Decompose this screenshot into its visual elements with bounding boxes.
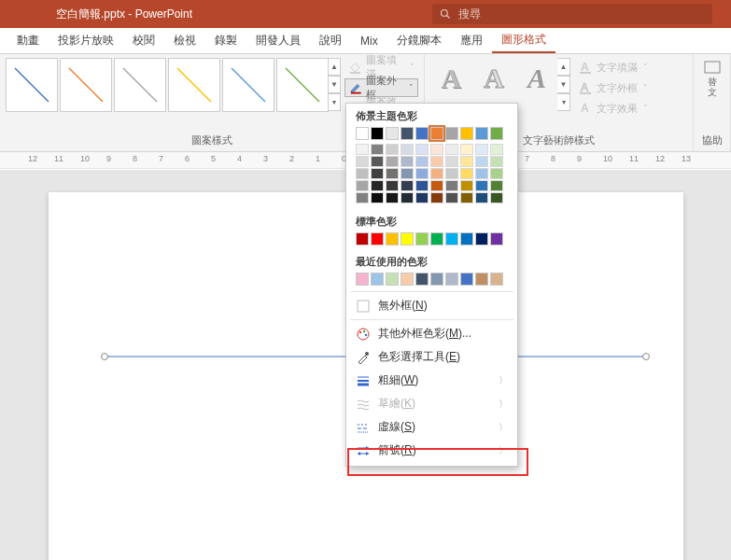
color-swatch[interactable] bbox=[475, 168, 488, 179]
shape-style-thumb[interactable] bbox=[6, 58, 58, 112]
text-outline-button[interactable]: A 文字外框˅ bbox=[574, 78, 652, 97]
wordart-thumb[interactable]: A bbox=[516, 58, 557, 99]
color-swatch[interactable] bbox=[490, 168, 503, 179]
arrows-item[interactable]: 箭號(R) 〉 bbox=[346, 439, 517, 462]
color-swatch[interactable] bbox=[356, 156, 369, 167]
color-swatch[interactable] bbox=[490, 127, 503, 140]
shape-style-thumb[interactable] bbox=[222, 58, 274, 112]
color-swatch[interactable] bbox=[475, 232, 488, 245]
color-swatch[interactable] bbox=[401, 156, 414, 167]
color-swatch[interactable] bbox=[371, 127, 384, 140]
tab-2[interactable]: 校閱 bbox=[123, 28, 164, 53]
color-swatch[interactable] bbox=[415, 192, 429, 203]
color-swatch[interactable] bbox=[445, 273, 458, 286]
color-swatch[interactable] bbox=[460, 273, 473, 286]
color-swatch[interactable] bbox=[371, 180, 384, 191]
color-swatch[interactable] bbox=[401, 127, 414, 140]
line-handle-end[interactable] bbox=[642, 353, 650, 360]
color-swatch[interactable] bbox=[401, 144, 414, 155]
gallery-down-icon[interactable]: ▼ bbox=[329, 76, 341, 93]
color-swatch[interactable] bbox=[445, 168, 458, 179]
color-swatch[interactable] bbox=[386, 144, 399, 155]
tab-0[interactable]: 動畫 bbox=[7, 28, 49, 53]
wordart-thumb[interactable]: A bbox=[473, 58, 514, 99]
alt-text-button[interactable]: 替文 bbox=[703, 58, 722, 97]
color-swatch[interactable] bbox=[386, 273, 399, 286]
tab-9[interactable]: 應用 bbox=[451, 28, 492, 53]
text-fill-button[interactable]: A 文字填滿˅ bbox=[574, 58, 652, 77]
tab-10[interactable]: 圖形格式 bbox=[492, 28, 555, 53]
more-colors-item[interactable]: 其他外框色彩(M)... bbox=[346, 322, 517, 345]
color-swatch[interactable] bbox=[401, 192, 414, 203]
color-swatch[interactable] bbox=[401, 180, 414, 191]
wordart-gallery[interactable]: A A A bbox=[430, 58, 557, 99]
color-swatch[interactable] bbox=[430, 180, 443, 191]
tab-5[interactable]: 開發人員 bbox=[246, 28, 310, 53]
color-swatch[interactable] bbox=[475, 180, 488, 191]
shape-style-thumb[interactable] bbox=[168, 58, 220, 112]
wordart-spinner[interactable]: ▲▼▾ bbox=[557, 58, 570, 111]
color-swatch[interactable] bbox=[401, 273, 414, 286]
color-swatch[interactable] bbox=[490, 156, 503, 167]
gallery-up-icon[interactable]: ▲ bbox=[329, 58, 341, 76]
color-swatch[interactable] bbox=[386, 180, 399, 191]
color-swatch[interactable] bbox=[356, 232, 369, 245]
color-swatch[interactable] bbox=[371, 144, 384, 155]
color-swatch[interactable] bbox=[445, 232, 458, 245]
color-swatch[interactable] bbox=[475, 144, 488, 155]
color-swatch[interactable] bbox=[460, 144, 473, 155]
color-swatch[interactable] bbox=[490, 192, 503, 203]
color-swatch[interactable] bbox=[490, 273, 503, 286]
color-swatch[interactable] bbox=[415, 156, 429, 167]
color-swatch[interactable] bbox=[430, 232, 443, 245]
weight-item[interactable]: 粗細(W) 〉 bbox=[346, 369, 517, 392]
color-swatch[interactable] bbox=[475, 273, 488, 286]
dashes-item[interactable]: 虛線(S) 〉 bbox=[346, 415, 517, 439]
shape-style-thumb[interactable] bbox=[276, 58, 329, 112]
color-swatch[interactable] bbox=[490, 232, 503, 245]
wordart-thumb[interactable]: A bbox=[430, 58, 471, 99]
color-swatch[interactable] bbox=[460, 168, 473, 179]
gallery-more-icon[interactable]: ▾ bbox=[329, 93, 341, 111]
color-swatch[interactable] bbox=[386, 127, 399, 140]
color-swatch[interactable] bbox=[445, 144, 458, 155]
color-swatch[interactable] bbox=[460, 127, 473, 140]
color-swatch[interactable] bbox=[445, 180, 458, 191]
shape-style-thumb[interactable] bbox=[114, 58, 166, 112]
color-swatch[interactable] bbox=[356, 144, 369, 155]
color-swatch[interactable] bbox=[490, 180, 503, 191]
line-handle-start[interactable] bbox=[101, 353, 108, 360]
color-swatch[interactable] bbox=[430, 127, 443, 140]
color-swatch[interactable] bbox=[415, 180, 429, 191]
color-swatch[interactable] bbox=[386, 156, 399, 167]
color-swatch[interactable] bbox=[475, 156, 488, 167]
color-swatch[interactable] bbox=[430, 273, 443, 286]
color-swatch[interactable] bbox=[415, 144, 429, 155]
sketched-item[interactable]: 草繪(K) 〉 bbox=[346, 392, 517, 415]
color-swatch[interactable] bbox=[430, 192, 443, 203]
color-swatch[interactable] bbox=[490, 144, 503, 155]
color-swatch[interactable] bbox=[445, 127, 458, 140]
tab-7[interactable]: Mix bbox=[351, 28, 387, 53]
eyedropper-item[interactable]: 色彩選擇工具(E) bbox=[346, 345, 517, 369]
color-swatch[interactable] bbox=[430, 144, 443, 155]
color-swatch[interactable] bbox=[445, 192, 458, 203]
color-swatch[interactable] bbox=[356, 168, 369, 179]
color-swatch[interactable] bbox=[415, 273, 429, 286]
color-swatch[interactable] bbox=[460, 232, 473, 245]
color-swatch[interactable] bbox=[371, 232, 384, 245]
color-swatch[interactable] bbox=[356, 192, 369, 203]
search-box[interactable]: 搜尋 bbox=[432, 4, 712, 24]
color-swatch[interactable] bbox=[415, 127, 429, 140]
color-swatch[interactable] bbox=[430, 156, 443, 167]
color-swatch[interactable] bbox=[356, 127, 369, 140]
shape-style-thumb[interactable] bbox=[60, 58, 112, 112]
tab-4[interactable]: 錄製 bbox=[205, 28, 246, 53]
color-swatch[interactable] bbox=[430, 168, 443, 179]
color-swatch[interactable] bbox=[356, 180, 369, 191]
color-swatch[interactable] bbox=[415, 168, 429, 179]
color-swatch[interactable] bbox=[386, 168, 399, 179]
color-swatch[interactable] bbox=[371, 168, 384, 179]
tab-1[interactable]: 投影片放映 bbox=[49, 28, 123, 53]
color-swatch[interactable] bbox=[401, 168, 414, 179]
